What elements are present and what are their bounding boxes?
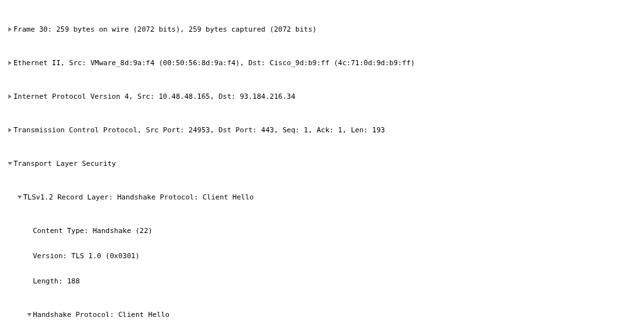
chevron-right-icon[interactable]	[6, 126, 14, 134]
chevron-right-icon[interactable]	[6, 59, 14, 67]
field-label: TLSv1.2 Record Layer: Handshake Protocol…	[23, 193, 254, 201]
row-ethernet[interactable]: Ethernet II, Src: VMware_8d:9a:f4 (00:50…	[0, 59, 644, 67]
row-ip[interactable]: Internet Protocol Version 4, Src: 10.48.…	[0, 92, 644, 101]
field-label: Internet Protocol Version 4, Src: 10.48.…	[14, 92, 295, 101]
chevron-down-icon[interactable]	[6, 159, 14, 168]
field-label: Frame 30: 259 bytes on wire (2072 bits),…	[14, 25, 317, 34]
row-record-length[interactable]: Length: 188	[0, 277, 644, 285]
chevron-down-icon[interactable]	[16, 193, 23, 201]
row-record-version[interactable]: Version: TLS 1.0 (0x0301)	[0, 252, 644, 260]
row-tls[interactable]: Transport Layer Security	[0, 159, 644, 168]
packet-details-tree[interactable]: Frame 30: 259 bytes on wire (2072 bits),…	[0, 0, 644, 326]
field-label: Length: 188	[33, 277, 80, 285]
row-frame[interactable]: Frame 30: 259 bytes on wire (2072 bits),…	[0, 25, 644, 34]
row-tcp[interactable]: Transmission Control Protocol, Src Port:…	[0, 126, 644, 134]
field-label: Transmission Control Protocol, Src Port:…	[14, 126, 385, 134]
row-tls-record[interactable]: TLSv1.2 Record Layer: Handshake Protocol…	[0, 193, 644, 201]
row-handshake-protocol[interactable]: Handshake Protocol: Client Hello	[0, 311, 644, 319]
chevron-right-icon[interactable]	[6, 92, 14, 101]
field-label: Version: TLS 1.0 (0x0301)	[33, 252, 140, 260]
field-label: Ethernet II, Src: VMware_8d:9a:f4 (00:50…	[14, 59, 415, 67]
field-label: Handshake Protocol: Client Hello	[33, 311, 170, 319]
field-label: Content Type: Handshake (22)	[33, 227, 152, 235]
row-content-type[interactable]: Content Type: Handshake (22)	[0, 227, 644, 235]
chevron-right-icon[interactable]	[6, 25, 14, 34]
field-label: Transport Layer Security	[14, 159, 116, 168]
chevron-down-icon[interactable]	[26, 311, 33, 319]
